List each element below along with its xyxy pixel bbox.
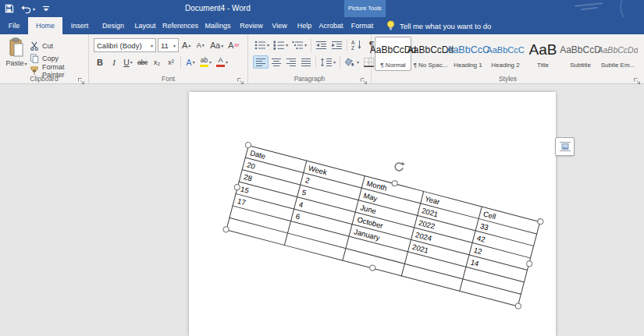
text-highlight-button[interactable]: ab▾ — [198, 55, 213, 69]
separator — [347, 39, 347, 51]
window-title: Document4 - Word — [185, 0, 251, 17]
shading-button[interactable]: ▾ — [343, 55, 361, 69]
separator — [315, 56, 316, 69]
tab-format[interactable]: Format — [344, 17, 380, 34]
separator — [180, 56, 181, 69]
shrink-font-button[interactable]: A▼ — [194, 39, 207, 52]
tab-help[interactable]: Help — [292, 17, 317, 34]
numbering-icon — [273, 41, 285, 50]
paragraph-dialog-launcher[interactable] — [360, 74, 368, 83]
paint-bucket-icon — [344, 58, 356, 67]
document-area: Date Week Month Year Cell 20 2 May 2021 … — [0, 84, 644, 336]
clear-formatting-button[interactable]: A — [226, 39, 240, 52]
paragraph-group-label: Paragraph — [248, 75, 371, 83]
align-center-button[interactable] — [269, 55, 283, 69]
undo-button[interactable]: ▾ — [21, 5, 35, 13]
justify-icon — [301, 58, 311, 67]
tab-references[interactable]: References — [161, 17, 200, 34]
align-right-button[interactable] — [284, 55, 298, 69]
style-preview: AaB — [529, 37, 557, 62]
separator — [311, 39, 311, 51]
style-name: Subtle Em... — [601, 62, 635, 69]
customize-quick-access-button[interactable] — [42, 5, 50, 12]
copy-label: Copy — [42, 55, 59, 62]
clipboard-dialog-launcher[interactable] — [77, 74, 86, 83]
tab-acrobat[interactable]: Acrobat — [317, 17, 345, 34]
align-left-button[interactable] — [253, 55, 269, 69]
titlebar-decoration-line — [581, 7, 598, 10]
highlight-color-swatch — [200, 65, 208, 67]
decrease-indent-button[interactable] — [314, 38, 329, 51]
text-effects-button[interactable]: A▾ — [184, 55, 197, 69]
tab-file[interactable]: File — [0, 17, 28, 34]
quick-access-toolbar: ▾ — [5, 0, 50, 17]
style-name: Heading 1 — [454, 62, 482, 69]
grow-font-button[interactable]: A▲ — [180, 39, 193, 52]
undo-icon — [21, 5, 31, 13]
styles-group-label: Styles — [372, 75, 644, 83]
tab-layout[interactable]: Layout — [130, 17, 161, 34]
style-name: ¶ Normal — [380, 62, 405, 69]
tab-review[interactable]: Review — [236, 17, 267, 34]
underline-button[interactable]: U▾ — [122, 55, 134, 69]
titlebar-decoration-line — [575, 2, 603, 7]
word-window: ▾ Document4 - Word Picture Tools File Ho… — [0, 0, 644, 336]
font-name-combobox[interactable]: Calibri (Body)▾ — [94, 38, 156, 52]
font-name-value: Calibri (Body) — [97, 41, 142, 50]
justify-button[interactable] — [299, 55, 313, 69]
line-spacing-button[interactable]: ▾ — [318, 55, 337, 69]
style-subtle-emphasis[interactable]: AaBbCcDd Subtle Em... — [600, 37, 636, 71]
font-color-button[interactable]: A▾ — [215, 55, 229, 69]
bullets-icon — [254, 41, 266, 50]
multilevel-list-button[interactable]: ▾ — [290, 38, 308, 51]
customize-qat-icon — [42, 5, 50, 12]
clipboard-group: Paste▾ Cut Copy Format Painter Clipboard — [0, 34, 89, 84]
lightbulb-icon — [386, 20, 396, 31]
italic-button[interactable]: I — [108, 55, 120, 69]
multilevel-list-icon — [292, 41, 304, 50]
tell-me-box[interactable]: Tell me what you want to do — [386, 17, 491, 34]
tab-mailings[interactable]: Mailings — [200, 17, 236, 34]
ribbon: Paste▾ Cut Copy Format Painter Clipboard — [0, 34, 644, 84]
style-subtitle[interactable]: AaBbCcD Subtitle — [562, 37, 599, 71]
copy-icon — [30, 54, 39, 63]
tab-view[interactable]: View — [267, 17, 292, 34]
subscript-button[interactable]: x₂ — [151, 55, 163, 69]
style-no-spacing[interactable]: AaBbCcDd ¶ No Spac... — [412, 37, 449, 71]
font-size-value: 11 — [161, 41, 169, 50]
style-title[interactable]: AaB Title — [525, 37, 561, 71]
increase-indent-button[interactable] — [329, 38, 344, 51]
tab-design[interactable]: Design — [97, 17, 130, 34]
sort-button[interactable]: AZ — [350, 38, 365, 51]
align-left-icon — [255, 58, 266, 67]
cut-label: Cut — [42, 42, 53, 50]
titlebar: ▾ Document4 - Word Picture Tools — [0, 0, 644, 17]
save-button[interactable] — [5, 4, 14, 13]
style-normal[interactable]: AaBbCcDd ¶ Normal — [375, 37, 411, 71]
cut-icon — [30, 41, 39, 51]
cut-button[interactable]: Cut — [30, 40, 53, 51]
bold-button[interactable]: B — [94, 55, 106, 69]
superscript-button[interactable]: x² — [165, 55, 177, 69]
layout-options-icon — [559, 141, 571, 152]
paste-label: Paste — [5, 59, 23, 67]
align-center-icon — [271, 58, 282, 67]
undo-dropdown-caret: ▾ — [33, 6, 35, 12]
tab-insert[interactable]: Insert — [62, 17, 97, 34]
tab-home[interactable]: Home — [28, 17, 62, 34]
bullets-button[interactable]: ▾ — [253, 38, 271, 51]
style-heading-2[interactable]: AaBbCcC Heading 2 — [487, 37, 524, 71]
format-painter-icon — [30, 66, 39, 76]
line-spacing-icon — [320, 58, 333, 67]
styles-dialog-launcher[interactable] — [633, 74, 642, 83]
numbering-button[interactable]: ▾ — [272, 38, 290, 51]
style-heading-1[interactable]: AaBbCcC Heading 1 — [450, 37, 486, 71]
font-dialog-launcher[interactable] — [237, 74, 245, 83]
layout-options-button[interactable] — [555, 137, 575, 156]
font-size-combobox[interactable]: 11▾ — [158, 38, 179, 52]
strikethrough-button[interactable]: abc — [136, 55, 149, 69]
sort-icon: AZ — [351, 40, 363, 50]
change-case-button[interactable]: Aa▾ — [208, 39, 225, 52]
style-preview: AaBbCcC — [447, 37, 489, 62]
style-preview: AaBbCcC — [486, 37, 524, 62]
